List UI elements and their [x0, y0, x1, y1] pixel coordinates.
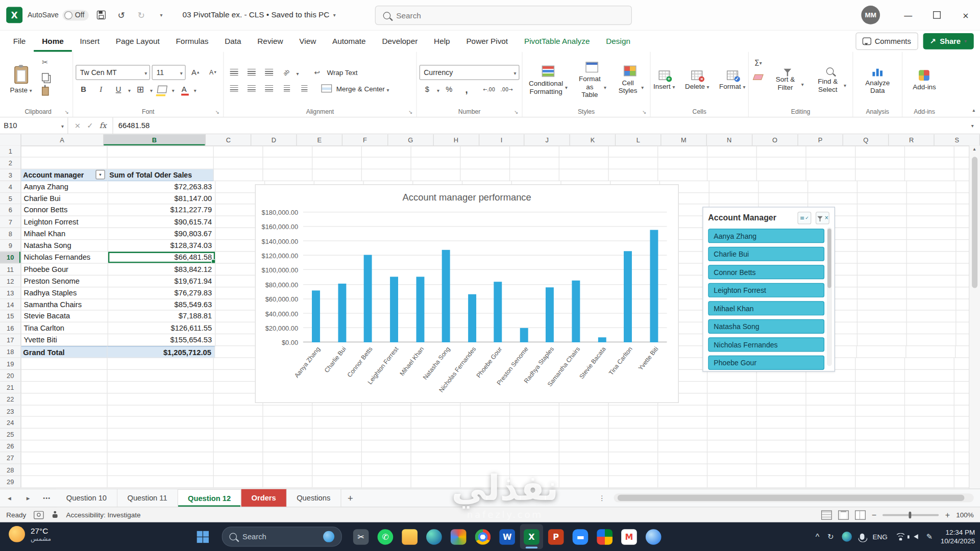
analyze-data-button[interactable]: Analyze Data: [855, 55, 899, 107]
cut-icon[interactable]: [38, 56, 52, 68]
cell-C28[interactable]: [214, 464, 263, 476]
row-header-17[interactable]: 17: [0, 334, 21, 346]
weather-widget[interactable]: 27°C مشمس: [9, 526, 51, 542]
ribbon-tab-help[interactable]: Help: [426, 31, 458, 52]
cell-M4[interactable]: [709, 181, 759, 193]
cell-M28[interactable]: [707, 464, 757, 476]
page-layout-view-icon[interactable]: [838, 510, 849, 519]
cell-L26[interactable]: [658, 441, 707, 453]
accounting-format-icon[interactable]: [420, 83, 435, 96]
cell-E24[interactable]: [312, 417, 362, 429]
row-header-6[interactable]: 6: [0, 205, 21, 216]
cell-N1[interactable]: [757, 145, 806, 157]
cell-R27[interactable]: [954, 453, 969, 464]
cell-Q26[interactable]: [905, 441, 954, 453]
cell-G24[interactable]: [411, 417, 461, 429]
font-name-select[interactable]: Tw Cen MT: [76, 65, 150, 80]
merge-center-chevron-icon[interactable]: [387, 83, 389, 94]
delete-cells-button[interactable]: × Delete: [681, 55, 713, 107]
slicer-item-connor-betts[interactable]: Connor Betts: [708, 265, 824, 279]
chart-bar-nicholas-fernandes[interactable]: [468, 294, 476, 342]
fill-color-icon[interactable]: [154, 83, 170, 96]
cell-Q12[interactable]: [907, 276, 957, 287]
cell-A17[interactable]: Yvette Biti: [21, 334, 108, 346]
cell-R19[interactable]: [954, 358, 969, 370]
row-header-15[interactable]: 15: [0, 311, 21, 322]
slicer-item-natasha-song[interactable]: Natasha Song: [708, 319, 824, 334]
cell-G2[interactable]: [411, 157, 461, 169]
row-header-26[interactable]: 26: [0, 441, 21, 453]
cell-R22[interactable]: [954, 393, 969, 405]
cell-P29[interactable]: [855, 476, 905, 488]
column-header-N[interactable]: N: [707, 134, 752, 145]
cell-R9[interactable]: [956, 240, 969, 252]
cell-P18[interactable]: [857, 346, 906, 358]
cell-E23[interactable]: [312, 405, 362, 417]
chart-bar-phoebe-gour[interactable]: [494, 282, 502, 342]
cell-F1[interactable]: [362, 145, 411, 157]
chart-bar-samantha-chairs[interactable]: [572, 281, 580, 342]
cell-G1[interactable]: [411, 145, 461, 157]
cell-Q29[interactable]: [905, 476, 954, 488]
taskbar-app-photos[interactable]: [447, 524, 470, 549]
cell-P14[interactable]: [857, 299, 907, 311]
dialog-launcher-icon[interactable]: ↘: [408, 109, 412, 115]
cell-J28[interactable]: [559, 464, 609, 476]
cell-F27[interactable]: [362, 453, 411, 464]
taskbar-app-file-explorer[interactable]: [398, 524, 421, 549]
taskbar-app-screen-clip[interactable]: ✂: [349, 524, 372, 549]
chart-bar-yvette-biti[interactable]: [650, 230, 658, 342]
conditional-formatting-button[interactable]: Conditional Formatting: [525, 55, 572, 107]
cell-N4[interactable]: [759, 181, 808, 193]
pen-icon[interactable]: [926, 532, 933, 541]
cell-M2[interactable]: [707, 157, 757, 169]
font-size-select[interactable]: 11: [152, 65, 186, 80]
ribbon-tab-pivottable-analyze[interactable]: PivotTable Analyze: [516, 31, 598, 52]
cell-N25[interactable]: [757, 429, 806, 440]
cell-N28[interactable]: [757, 464, 806, 476]
save-button[interactable]: [94, 8, 109, 22]
sheet-list-icon[interactable]: •••: [37, 489, 56, 507]
cell-F29[interactable]: [362, 476, 411, 488]
cell-A10[interactable]: Nicholas Fernandes: [21, 252, 108, 263]
autosave-pill[interactable]: Off: [62, 10, 89, 20]
row-header-9[interactable]: 9: [0, 240, 21, 252]
cell-O5[interactable]: [808, 193, 857, 205]
cell-A26[interactable]: [21, 441, 108, 453]
cell-R28[interactable]: [954, 464, 969, 476]
ribbon-tab-file[interactable]: File: [5, 31, 34, 52]
cell-Q11[interactable]: [907, 264, 957, 276]
cell-P5[interactable]: [857, 193, 907, 205]
horizontal-scrollbar[interactable]: [614, 493, 973, 502]
sheet-tab-orders[interactable]: Orders: [241, 489, 287, 507]
cell-Q25[interactable]: [905, 429, 954, 440]
column-header-C[interactable]: C: [206, 134, 251, 145]
cell-P2[interactable]: [855, 157, 905, 169]
column-header-J[interactable]: J: [525, 134, 570, 145]
cell-K23[interactable]: [609, 405, 658, 417]
cell-A21[interactable]: [21, 382, 108, 393]
cell-L25[interactable]: [658, 429, 707, 440]
cell-E25[interactable]: [312, 429, 362, 440]
cell-A5[interactable]: Charlie Bui: [21, 193, 108, 205]
cell-A12[interactable]: Preston Senome: [21, 276, 108, 287]
cell-B21[interactable]: [108, 382, 214, 393]
cell-Q17[interactable]: [907, 334, 957, 346]
tray-app-icon[interactable]: [842, 532, 852, 542]
cell-J23[interactable]: [559, 405, 609, 417]
cell-I29[interactable]: [510, 476, 559, 488]
row-header-21[interactable]: 21: [0, 382, 21, 393]
row-header-24[interactable]: 24: [0, 417, 21, 429]
cell-M25[interactable]: [707, 429, 757, 440]
cell-A23[interactable]: [21, 405, 108, 417]
ribbon-tab-formulas[interactable]: Formulas: [168, 31, 217, 52]
ribbon-tab-developer[interactable]: Developer: [374, 31, 426, 52]
cell-M23[interactable]: [707, 405, 757, 417]
row-header-5[interactable]: 5: [0, 193, 21, 205]
cell-G25[interactable]: [411, 429, 461, 440]
column-header-S[interactable]: S: [935, 134, 980, 145]
sheet-nav-left-icon[interactable]: ◂: [0, 489, 19, 507]
zoom-level[interactable]: 100%: [956, 511, 973, 519]
cell-P7[interactable]: [857, 216, 907, 228]
cell-B25[interactable]: [108, 429, 214, 440]
